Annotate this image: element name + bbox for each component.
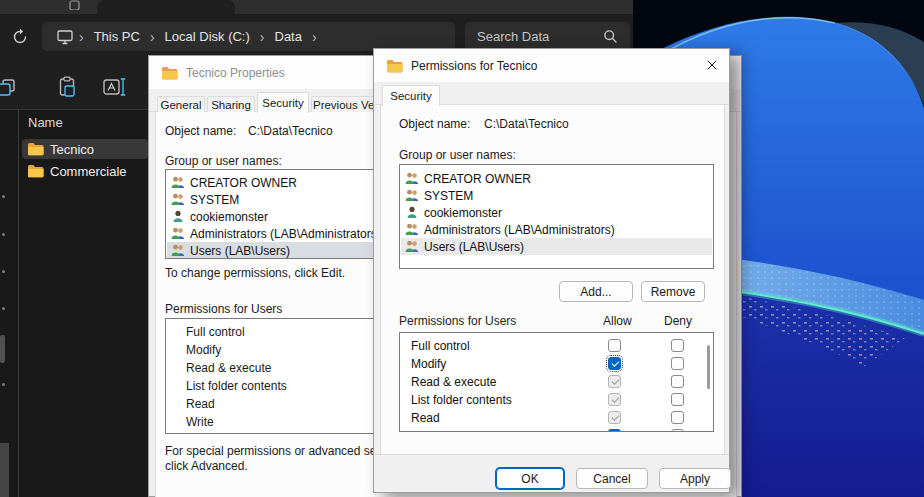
allow-column-label: Allow [603,314,632,328]
permissions-dialog-title: Permissions for Tecnico [411,59,538,73]
permission-row: Read & execute [401,373,712,391]
tree-node-dot [2,383,5,386]
deny-checkbox[interactable] [671,357,684,370]
ok-button[interactable]: OK [496,468,564,489]
tab-security[interactable]: Security [257,92,309,113]
permissions-checkbox-list: Full control Modify Read & execute List … [399,332,714,432]
search-icon [603,29,618,44]
folder-icon [386,59,403,73]
permissions-for-users-label: Permissions for Users [165,302,282,316]
user-icon [171,210,186,223]
breadcrumb-data[interactable]: Data [266,29,311,44]
permissions-dialog-titlebar[interactable]: Permissions for Tecnico [374,49,729,82]
paste-icon[interactable] [57,76,77,98]
permission-item: Read & execute [186,361,271,375]
user-icon [405,206,420,219]
group-icon [171,244,186,257]
file-row-tecnico[interactable]: Tecnico [22,139,148,159]
permission-row: List folder contents [401,391,712,409]
tab-list-icon [68,0,82,10]
tree-node-dot [2,307,5,310]
add-button[interactable]: Add... [559,281,633,302]
allow-checkbox[interactable] [608,375,621,388]
allow-checkbox[interactable] [608,339,621,352]
group-name: Administrators (LAB\Administrators) [424,223,615,237]
chevron-right-icon: › [78,29,85,45]
group-names-label: Group or user names: [165,154,282,168]
permission-row: Write [401,427,712,432]
permission-name: Full control [411,339,470,353]
refresh-icon[interactable] [11,28,29,46]
apply-button[interactable]: Apply [659,468,731,489]
breadcrumb-local-disk[interactable]: Local Disk (C:) [156,29,259,44]
search-box[interactable] [465,22,630,51]
permission-item: Special permissions [186,432,293,434]
deny-checkbox[interactable] [671,429,684,432]
group-name: cookiemonster [190,210,268,224]
tab-sharing[interactable]: Sharing [207,96,255,112]
explorer-tab-bar [0,0,633,14]
folder-icon [161,66,178,80]
group-item[interactable]: cookiemonster [401,204,712,221]
permissions-dialog: Permissions for Tecnico Security Object … [373,48,730,493]
advanced-hint-line2: click Advanced. [165,459,248,473]
close-button[interactable] [695,51,725,79]
chevron-right-icon: › [149,29,156,45]
group-name: SYSTEM [424,189,473,203]
copy-icon[interactable] [0,77,17,98]
permission-row: Modify [401,355,712,373]
desktop: › This PC › Local Disk (C:) › Data › [0,0,924,497]
allow-checkbox[interactable] [608,411,621,424]
group-name: CREATOR OWNER [424,172,531,186]
name-column-header[interactable]: Name [28,115,63,130]
group-list: CREATOR OWNER SYSTEM cookiemonster Admin… [399,164,714,269]
group-icon [171,227,186,240]
object-name-value: C:\Data\Tecnico [248,124,333,138]
file-row-commerciale[interactable]: Commerciale [22,161,148,181]
list-scrollbar-thumb[interactable] [707,345,710,389]
folder-icon [27,142,44,156]
group-name: Users (LAB\Users) [190,244,290,258]
permission-name: List folder contents [411,393,512,407]
file-name: Commerciale [50,164,127,179]
breadcrumb: › This PC › Local Disk (C:) › Data › [42,22,455,51]
group-item[interactable]: Administrators (LAB\Administrators) [401,221,712,238]
file-name: Tecnico [50,142,94,157]
deny-checkbox[interactable] [671,375,684,388]
search-input[interactable] [477,29,587,44]
deny-checkbox[interactable] [671,411,684,424]
rename-icon[interactable] [103,77,127,97]
deny-checkbox[interactable] [671,339,684,352]
nav-scrollbar-thumb[interactable] [0,335,5,363]
permission-row: Full control [401,337,712,355]
allow-checkbox[interactable] [608,393,621,406]
breadcrumb-this-pc[interactable]: This PC [85,29,149,44]
group-item[interactable]: SYSTEM [401,187,712,204]
close-icon [707,59,717,71]
group-name: cookiemonster [424,206,502,220]
group-name: Users (LAB\Users) [424,240,524,254]
cancel-button[interactable]: Cancel [576,468,648,489]
tab-general[interactable]: General [157,96,205,112]
tab-security[interactable]: Security [382,85,440,106]
properties-dialog-title: Tecnico Properties [186,66,285,80]
permission-name: Read [411,411,440,425]
permission-item: Write [186,415,214,429]
permission-item: Read [186,397,215,411]
permission-row: Read [401,409,712,427]
advanced-hint-line1: For special permissions or advanced sett… [165,444,399,458]
permission-name: Read & execute [411,375,496,389]
group-icon [405,223,420,236]
remove-button[interactable]: Remove [641,281,705,302]
permission-name: Modify [411,357,446,371]
explorer-tab[interactable] [97,0,235,14]
deny-checkbox[interactable] [671,393,684,406]
group-name: SYSTEM [190,193,239,207]
allow-checkbox[interactable] [608,357,621,370]
group-icon [171,193,186,206]
group-item[interactable]: CREATOR OWNER [401,170,712,187]
group-item-selected[interactable]: Users (LAB\Users) [401,238,712,255]
allow-checkbox[interactable] [608,429,621,432]
group-name: CREATOR OWNER [190,176,297,190]
group-icon [171,176,186,189]
